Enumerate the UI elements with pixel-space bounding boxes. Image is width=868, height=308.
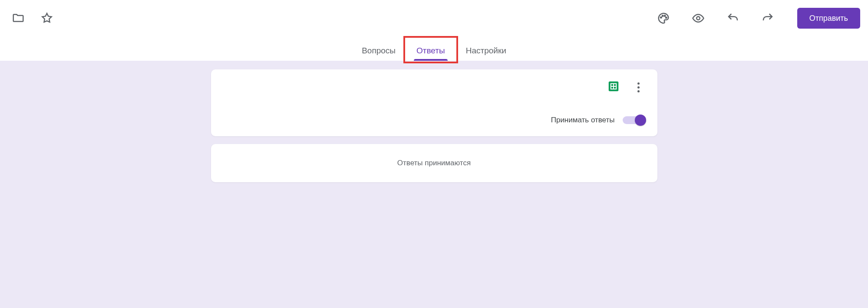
svg-point-4 xyxy=(696,16,700,20)
header-right: Отправить xyxy=(653,8,860,29)
redo-icon[interactable] xyxy=(757,8,778,29)
more-icon[interactable] xyxy=(632,81,645,94)
svg-point-2 xyxy=(664,15,666,16)
folder-icon[interactable] xyxy=(8,8,29,29)
sheets-icon[interactable] xyxy=(607,80,620,95)
undo-icon[interactable] xyxy=(723,8,743,29)
star-icon[interactable] xyxy=(36,8,57,29)
tab-responses[interactable]: Ответы xyxy=(406,46,455,61)
page-body: Принимать ответы Ответы принимаются xyxy=(0,61,868,308)
palette-icon[interactable] xyxy=(653,8,674,29)
svg-point-1 xyxy=(662,15,663,16)
header-left xyxy=(6,8,57,29)
preview-icon[interactable] xyxy=(688,8,709,29)
accept-responses-toggle[interactable] xyxy=(623,115,645,126)
tab-questions[interactable]: Вопросы xyxy=(351,46,406,61)
tab-settings[interactable]: Настройки xyxy=(455,46,517,61)
send-button[interactable]: Отправить xyxy=(797,8,860,29)
svg-point-3 xyxy=(666,17,667,19)
responses-status-card: Ответы принимаются xyxy=(211,144,657,182)
app-header: Отправить xyxy=(0,0,868,36)
svg-point-0 xyxy=(660,17,662,18)
accept-responses-label: Принимать ответы xyxy=(551,116,615,125)
tabs: Вопросы Ответы Настройки xyxy=(0,36,868,61)
responses-controls-card: Принимать ответы xyxy=(211,69,657,136)
